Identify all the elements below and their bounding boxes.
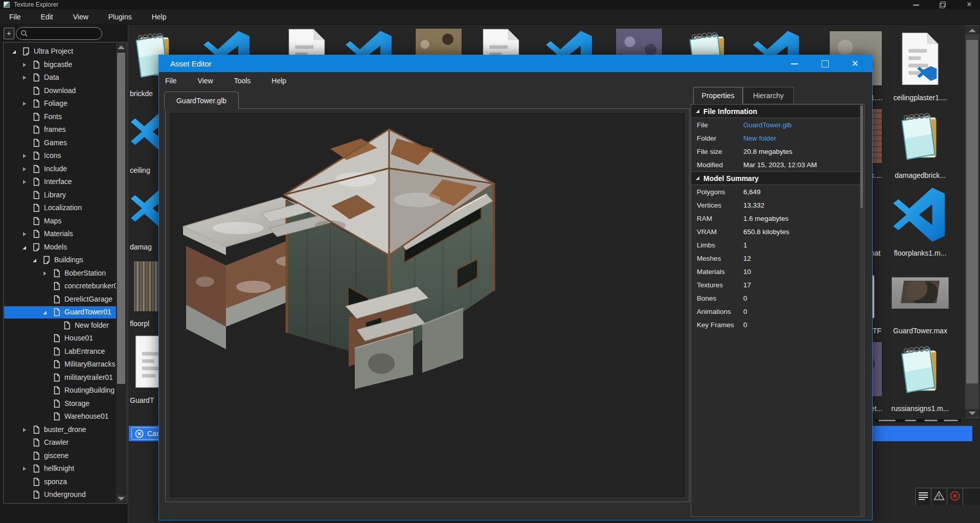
tree-item-ultra-project[interactable]: Ultra Project — [4, 46, 117, 58]
close-icon[interactable]: ✕ — [966, 1, 973, 8]
error-button[interactable] — [947, 488, 963, 505]
tree-item-data[interactable]: Data — [4, 72, 117, 84]
notepad-file-icon[interactable] — [895, 108, 946, 164]
thumb-max-thumbnail[interactable] — [892, 277, 949, 309]
tree-item-derelictgarage[interactable]: DerelictGarage — [4, 293, 117, 306]
tree-item-maps[interactable]: Maps — [4, 215, 117, 228]
scroll-up-icon[interactable] — [116, 43, 126, 51]
file-label[interactable]: damag — [130, 243, 158, 251]
panel-scrollbar-thumb[interactable] — [860, 106, 863, 208]
file-label[interactable]: floorpl — [130, 320, 158, 328]
search-input[interactable] — [16, 27, 102, 40]
file-label[interactable]: russiansigns1.m... — [874, 404, 966, 413]
asset-editor-titlebar[interactable]: Asset Editor ✕ — [159, 55, 872, 72]
tree-item-download[interactable]: Download — [4, 85, 117, 97]
file-label[interactable]: GuardTower.max — [874, 327, 966, 335]
tree-item-include[interactable]: Include — [4, 163, 117, 175]
menu-plugins[interactable]: Plugins — [108, 13, 132, 21]
editor-menu-view[interactable]: View — [198, 77, 213, 85]
tree-item-storage[interactable]: Storage — [4, 398, 117, 410]
minimize-icon[interactable] — [913, 1, 920, 8]
chevron-expanded-icon[interactable] — [21, 244, 28, 251]
section-header-file-information[interactable]: File Information — [691, 104, 864, 118]
tree-scrollbar-thumb[interactable] — [117, 53, 125, 384]
tree-item-concretebunker01[interactable]: concretebunker01 — [4, 280, 117, 292]
tree-item-boberstation[interactable]: BoberStation — [4, 267, 117, 280]
section-header-model-summary[interactable]: Model Summary — [691, 171, 864, 185]
editor-menu-file[interactable]: File — [165, 77, 177, 85]
file-label[interactable]: floorplanks1.m... — [874, 249, 966, 257]
tree-item-warehouse01[interactable]: Warehouse01 — [4, 411, 117, 423]
editor-menu-help[interactable]: Help — [271, 77, 286, 85]
tree-item-materials[interactable]: Materials — [4, 228, 117, 240]
restore-icon[interactable] — [939, 1, 946, 8]
grid-scrollbar-thumb[interactable] — [966, 40, 978, 383]
tree-item-buildings[interactable]: Buildings — [4, 254, 117, 266]
maximize-icon[interactable] — [821, 60, 829, 67]
file-label[interactable]: GuardT — [130, 396, 158, 404]
notepad-file-icon[interactable] — [895, 342, 946, 397]
chevron-collapsed-icon[interactable] — [21, 179, 28, 185]
grid-horizontal-scrollbar[interactable] — [875, 419, 961, 422]
tree-item-giscene[interactable]: giscene — [4, 450, 117, 462]
menu-view[interactable]: View — [73, 13, 88, 21]
close-icon[interactable]: ✕ — [851, 60, 859, 67]
tree-item-underground[interactable]: Underground — [4, 489, 117, 501]
chevron-collapsed-icon[interactable] — [21, 153, 28, 159]
tree-item-models[interactable]: Models — [4, 241, 117, 254]
tree-item-games[interactable]: Games — [4, 137, 117, 149]
chevron-collapsed-icon[interactable] — [21, 231, 28, 237]
doc-vscode-file-icon[interactable] — [899, 31, 942, 87]
chevron-expanded-icon[interactable] — [42, 309, 48, 315]
tree-item-sponza[interactable]: sponza — [4, 476, 117, 488]
tree-scrollbar[interactable] — [116, 43, 126, 503]
tree-item-militarytrailer01[interactable]: militarytrailer01 — [4, 372, 117, 384]
menu-help[interactable]: Help — [152, 13, 167, 21]
property-value-link[interactable]: GuardTower.glb — [743, 121, 792, 129]
chevron-collapsed-icon[interactable] — [21, 427, 28, 433]
property-value-link[interactable]: New folder — [743, 134, 777, 142]
file-label[interactable]: ceilingplaster1.... — [874, 94, 966, 102]
chevron-collapsed-icon[interactable] — [21, 101, 28, 107]
tree-item-fonts[interactable]: Fonts — [4, 111, 117, 123]
chevron-collapsed-icon[interactable] — [21, 62, 28, 68]
file-label[interactable]: ceiling — [130, 166, 158, 174]
tab-properties[interactable]: Properties — [693, 87, 743, 104]
menu-edit[interactable]: Edit — [41, 13, 53, 21]
scroll-up-icon[interactable] — [965, 26, 979, 34]
scroll-down-icon[interactable] — [965, 409, 979, 417]
tree-item-crawler[interactable]: Crawler — [4, 437, 117, 449]
tree-item-house01[interactable]: House01 — [4, 332, 117, 345]
scroll-down-icon[interactable] — [116, 494, 126, 503]
tree-item-interface[interactable]: Interface — [4, 176, 117, 188]
tree-item-militarybarracks[interactable]: MilitaryBarracks — [4, 358, 117, 371]
tree-item-icons[interactable]: Icons — [4, 150, 117, 162]
chevron-expanded-icon[interactable] — [11, 49, 17, 55]
panel-scrollbar[interactable] — [860, 105, 863, 517]
chevron-expanded-icon[interactable] — [32, 257, 38, 263]
model-viewport[interactable] — [170, 113, 685, 497]
section-collapse-icon[interactable] — [696, 176, 699, 180]
tree-item-buster-drone[interactable]: buster_drone — [4, 424, 117, 436]
editor-menu-tools[interactable]: Tools — [234, 77, 251, 85]
tree-item-routingbuilding[interactable]: RoutingBuilding — [4, 384, 117, 397]
section-collapse-icon[interactable] — [696, 109, 699, 113]
tree-item-labentrance[interactable]: LabEntrance — [4, 346, 117, 358]
chevron-collapsed-icon[interactable] — [21, 466, 28, 472]
chevron-collapsed-icon[interactable] — [21, 75, 28, 81]
tree-item-localization[interactable]: Localization — [4, 202, 117, 214]
tree-item-new-folder[interactable]: New folder — [4, 320, 117, 332]
menu-file[interactable]: File — [9, 13, 21, 21]
chevron-collapsed-icon[interactable] — [42, 270, 48, 277]
tree-item-guardtower01[interactable]: GuardTower01 — [4, 306, 117, 319]
tree-item-library[interactable]: Library — [4, 189, 117, 201]
tab-guardtower-glb[interactable]: GuardTower.glb — [164, 92, 239, 109]
grid-scrollbar[interactable] — [965, 25, 979, 418]
minimize-icon[interactable] — [791, 60, 799, 67]
tree-item-foliage[interactable]: Foliage — [4, 98, 117, 110]
tree-item-hellknight[interactable]: hellknight — [4, 463, 117, 475]
tree-item-bigcastle[interactable]: bigcastle — [4, 59, 117, 71]
tab-hierarchy[interactable]: Hierarchy — [743, 87, 794, 104]
add-button[interactable]: + — [4, 28, 14, 39]
chevron-collapsed-icon[interactable] — [21, 166, 28, 172]
